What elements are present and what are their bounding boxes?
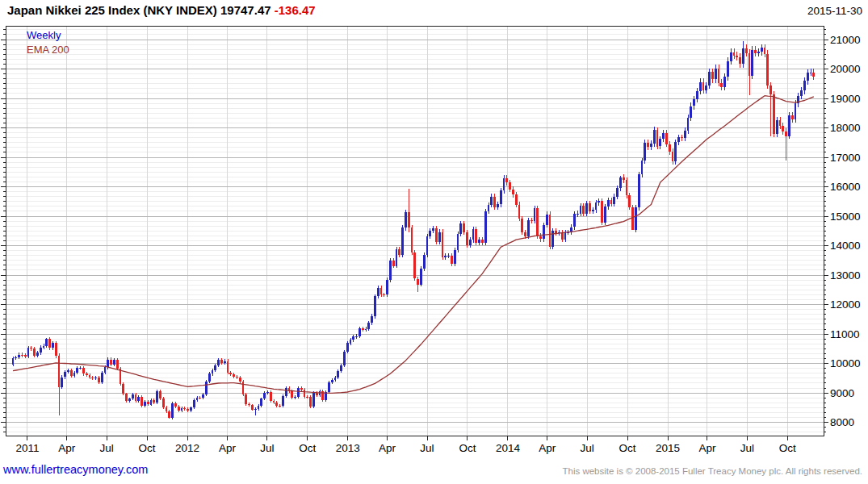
svg-text:Apr: Apr [219,442,237,454]
svg-text:9000: 9000 [830,387,854,399]
svg-text:Apr: Apr [698,442,716,454]
svg-text:Jul: Jul [580,442,593,454]
legend-series-ema200: EMA 200 [27,44,69,56]
svg-text:14000: 14000 [830,240,861,252]
website-link[interactable]: www.fullertreacymoney.com [3,463,148,476]
svg-text:Jul: Jul [260,442,274,454]
svg-text:2012: 2012 [175,442,199,454]
svg-text:10000: 10000 [830,357,861,369]
svg-text:Oct: Oct [139,442,156,454]
svg-text:20000: 20000 [830,63,861,75]
svg-text:18000: 18000 [830,122,861,134]
svg-text:Oct: Oct [299,442,316,454]
svg-text:Apr: Apr [58,442,76,454]
svg-text:2011: 2011 [15,442,39,454]
svg-text:Jul: Jul [420,442,434,454]
svg-text:21000: 21000 [830,34,861,46]
nikkei-weekly-chart-page: Japan Nikkei 225 Index (NKY INDEX) 19747… [0,0,868,484]
svg-text:13000: 13000 [830,269,861,282]
x-axis-ticks: 2011AprJulOct2012AprJulOct2013AprJulOct2… [15,436,796,454]
svg-text:2013: 2013 [336,442,360,454]
legend-series-weekly: Weekly [27,29,61,41]
svg-text:17000: 17000 [830,152,861,164]
svg-text:Oct: Oct [779,442,796,454]
svg-text:19000: 19000 [830,93,861,105]
svg-text:16000: 16000 [830,181,861,193]
svg-text:8000: 8000 [830,416,854,428]
svg-text:Oct: Oct [619,442,636,454]
svg-text:2015: 2015 [656,442,680,454]
y-tick-labels: 8000900010000110001200013000140001500016… [830,34,861,429]
svg-text:Jul: Jul [740,442,754,454]
svg-text:Apr: Apr [539,442,556,454]
candlestick-chart: 8000900010000110001200013000140001500016… [0,0,868,484]
svg-text:12000: 12000 [830,298,861,311]
svg-text:15000: 15000 [830,211,861,223]
svg-text:Jul: Jul [100,442,114,454]
svg-text:Apr: Apr [379,442,396,454]
svg-text:2014: 2014 [496,442,521,454]
copyright-text: This website is © 2008-2015 Fuller Treac… [562,466,862,476]
svg-text:11000: 11000 [830,328,860,340]
candles [12,41,816,419]
svg-text:Oct: Oct [459,442,476,454]
